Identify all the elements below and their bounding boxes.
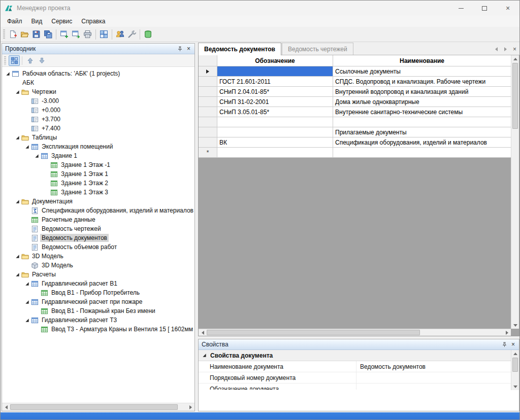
scroll-right-button[interactable] [503,329,511,336]
tree-expander-icon[interactable] [23,280,30,287]
document-tab[interactable]: Ведомость чертежей [282,43,353,55]
grid-cell[interactable]: ГОСТ 21.601-2011 [217,77,333,87]
explorer-toolbar-grip[interactable] [4,56,6,65]
scroll-left-button[interactable] [199,329,207,336]
row-selector[interactable] [199,97,217,107]
menu-item[interactable]: Справка [77,16,110,26]
properties-vscrollbar[interactable] [511,350,519,390]
scroll-down-button[interactable] [511,322,519,329]
tree-item[interactable]: Гидравлический расчет при пожаре [2,297,194,306]
grid-cell[interactable]: Прилагаемые документы [333,127,511,137]
grid-row[interactable]: Прилагаемые документы [199,127,511,137]
tree-expander-icon[interactable] [14,88,21,95]
tree-expander-icon[interactable] [14,253,21,260]
grid-cell[interactable]: Внутренний водопровод и канализация здан… [333,87,511,97]
property-value[interactable] [356,372,511,383]
tree-expander-icon[interactable] [23,298,30,305]
grid-cell[interactable] [217,127,333,137]
row-selector[interactable] [199,127,217,137]
move-up-button[interactable] [24,55,36,66]
view-mode-button[interactable] [9,55,20,66]
grid-row[interactable]: СНиП 3.05.01-85*Внутренние санитарно-тех… [199,107,511,117]
tree-item[interactable]: Расчеты [2,270,194,279]
grid-cell[interactable]: Дома жилые одноквартирные [333,97,511,107]
scrollbar-thumb[interactable] [207,330,420,335]
row-selector[interactable] [199,66,217,77]
save-all-button[interactable] [42,28,54,40]
scroll-up-button[interactable] [511,350,519,357]
grid-cell[interactable] [217,117,333,127]
grid-cell[interactable]: Спецификация оборудования, изделий и мат… [333,137,511,148]
grid-row[interactable]: Ссылочные документы [199,66,511,77]
add-view-button[interactable] [70,28,82,40]
tree-item[interactable]: Ввод В1 - Пожарный кран Без имени [2,306,194,316]
grid-column-header[interactable]: Обозначение [217,55,333,66]
property-value[interactable]: Ведомость документов [356,361,511,372]
scrollbar-thumb[interactable] [10,404,178,410]
grid-hscrollbar[interactable] [199,329,511,336]
scroll-up-button[interactable] [511,55,519,62]
menu-item[interactable]: Вид [27,16,47,26]
row-selector[interactable] [199,107,217,117]
tab-scroll-right-button[interactable] [502,45,509,53]
close-button[interactable]: × [496,1,519,16]
tree-item[interactable]: Ведомость чертежей [2,224,194,233]
tree-item[interactable]: Чертежи [2,87,194,96]
add-frame-button[interactable] [58,28,70,40]
document-tab[interactable]: Ведомость документов [198,43,281,55]
property-row[interactable]: Порядковый номер документа [199,372,511,383]
row-selector[interactable]: * [199,148,217,158]
tree-item[interactable]: Здание 1 [2,151,194,160]
grid-row[interactable]: СНиП 31-02-2001Дома жилые одноквартирные [199,97,511,107]
grid-row[interactable] [199,117,511,127]
tree-item[interactable]: Ввод В1 - Прибор Потребитель [2,288,194,297]
scrollbar-thumb[interactable] [512,63,518,129]
minimize-button[interactable] [449,1,473,16]
row-selector[interactable] [199,137,217,148]
properties-pin-button[interactable] [500,340,509,349]
print-button[interactable] [82,28,93,40]
explorer-close-button[interactable]: × [184,45,193,53]
menu-item[interactable]: Файл [3,16,27,26]
open-project-button[interactable] [19,28,30,40]
toolbar-grip[interactable] [3,29,5,39]
row-selector[interactable] [199,77,217,87]
grid-cell[interactable]: Ссылочные документы [333,66,511,77]
row-selector[interactable] [199,117,217,127]
grid-column-header[interactable]: Наименование [333,55,511,66]
tree-expander-icon[interactable] [4,70,11,77]
tree-item[interactable]: Ввод Т3 - Арматура Краны и Вентиля 15 [ … [2,325,194,334]
property-row[interactable]: Наименование документаВедомость документ… [199,361,511,372]
grid-cell[interactable]: СНиП 2.04.01-85* [217,87,333,97]
new-document-button[interactable] [7,28,19,40]
grid-row[interactable]: ГОСТ 21.601-2011СПДС. Водопровод и канал… [199,77,511,87]
tree-item[interactable]: Здание 1 Этаж 2 [2,179,194,188]
tree-expander-icon[interactable] [23,317,30,324]
grid-row[interactable]: ВКСпецификация оборудования, изделий и м… [199,137,511,148]
tree-item[interactable]: 3D Модель [2,261,194,270]
maximize-button[interactable] [473,1,496,16]
tree-item[interactable]: Таблицы [2,133,194,142]
tree-item[interactable]: Здание 1 Этаж -1 [2,160,194,169]
grid-cell[interactable] [333,117,511,127]
property-row[interactable]: Обозначение документа [199,383,511,390]
tree-item[interactable]: АБК [2,78,194,87]
users-button[interactable] [114,28,126,40]
tree-item[interactable]: Документация [2,197,194,206]
row-selector[interactable] [199,87,217,97]
tab-close-button[interactable]: × [511,45,518,53]
tree-item[interactable]: Спецификация оборудования, изделий и мат… [2,206,194,215]
grid-row[interactable]: * [199,148,511,158]
tree-item[interactable]: Здание 1 Этаж 3 [2,188,194,197]
grid-cell[interactable]: ВК [217,137,333,148]
scroll-left-button[interactable] [2,403,10,411]
tree-expander-icon[interactable] [33,152,40,159]
tree-item[interactable]: Гидравлический расчет Т3 [2,316,194,325]
tools-button[interactable] [126,28,138,40]
grid-row[interactable]: СНиП 2.04.01-85*Внутренний водопровод и … [199,87,511,97]
grid-cell[interactable] [333,148,511,158]
database-button[interactable] [142,28,154,40]
property-group-row[interactable]: Свойства документа [199,350,511,361]
tab-scroll-left-button[interactable] [493,45,500,53]
tree-item[interactable]: -3.000 [2,96,194,106]
